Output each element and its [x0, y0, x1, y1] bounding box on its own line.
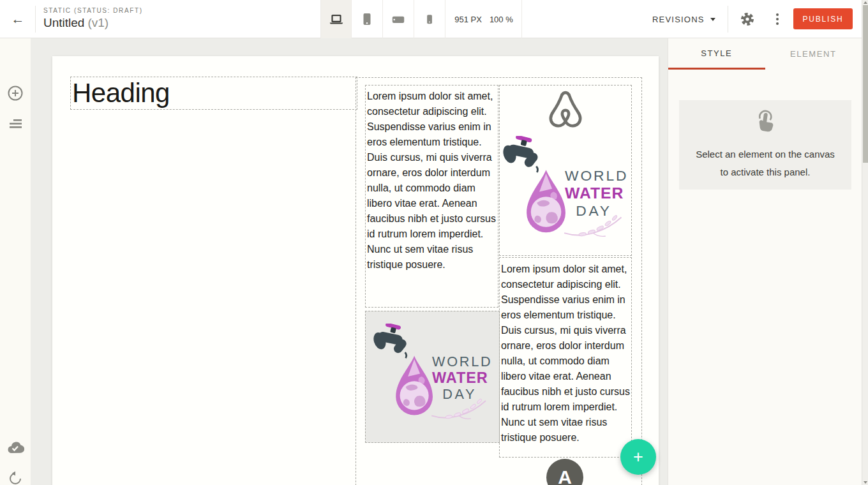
text-element-right[interactable]: Lorem ipsum dolor sit amet, consectetur … [499, 257, 632, 458]
undo-button[interactable] [0, 469, 31, 485]
landing-page[interactable]: Heading Lorem ipsum dolor sit amet, cons… [52, 56, 659, 485]
airbnb-logo-icon [546, 89, 585, 132]
status-label: STATIC (STATUS: DRAFT) [43, 7, 143, 14]
arrow-left-icon: ← [11, 11, 25, 27]
placeholder-line-2: to activate this panel. [679, 163, 851, 181]
world-water-day-image [372, 324, 493, 430]
scroll-down-arrow[interactable] [864, 481, 867, 484]
autosave-status-button[interactable] [0, 438, 31, 458]
publish-button[interactable]: PUBLISH [793, 8, 853, 29]
document-title: Untitled [43, 16, 84, 29]
vertical-scrollbar [862, 0, 868, 485]
device-mobile-landscape-button[interactable] [383, 0, 414, 38]
add-element-button[interactable] [0, 84, 31, 103]
kebab-icon [776, 13, 779, 16]
device-preview-switcher [320, 0, 445, 38]
page-width-value: 951 PX [454, 15, 482, 24]
sections-button[interactable] [0, 114, 31, 133]
lorem-paragraph: Lorem ipsum dolor sit amet, consectetur … [501, 262, 631, 445]
gear-icon [738, 10, 757, 29]
text-element-left[interactable]: Lorem ipsum dolor sit amet, consectetur … [365, 85, 498, 308]
avatar-letter: A [558, 466, 572, 485]
device-tablet-button[interactable] [352, 0, 383, 38]
placeholder-line-1: Select an element on the canvas [679, 146, 851, 163]
panel-placeholder: Select an element on the canvas to activ… [679, 100, 851, 190]
device-desktop-button[interactable] [320, 0, 352, 38]
divider [728, 6, 728, 33]
top-toolbar: ← STATIC (STATUS: DRAFT) Untitled(v1) [0, 0, 868, 38]
document-title-block: STATIC (STATUS: DRAFT) Untitled(v1) [43, 7, 143, 30]
scrollbar-thumb[interactable] [863, 5, 868, 163]
cloud-saved-icon [6, 441, 24, 455]
tab-style[interactable]: STYLE [668, 38, 765, 70]
revisions-label: REVISIONS [652, 15, 705, 24]
zoom-level-value: 100 % [490, 15, 513, 24]
inspector-panel: STYLE ELEMENT Select an element on the c… [668, 38, 862, 485]
add-circle-icon [7, 85, 24, 101]
undo-icon [8, 471, 23, 485]
image-element-world-water-day-gray[interactable] [365, 311, 500, 443]
revisions-dropdown[interactable]: REVISIONS [652, 0, 715, 38]
page-builder-app: WORLD WATER DAY ← STATIC (STATUS: DRAFT)… [0, 0, 868, 485]
viewport-size-indicator: 951 PX 100 % [446, 0, 522, 38]
sections-icon [10, 119, 22, 129]
scroll-up-arrow[interactable] [864, 1, 867, 4]
chevron-down-icon [710, 18, 715, 21]
device-mobile-portrait-button[interactable] [414, 0, 445, 38]
back-button[interactable]: ← [6, 10, 29, 29]
settings-button[interactable] [738, 10, 757, 29]
add-block-fab[interactable]: + [620, 439, 656, 475]
world-water-day-image [502, 136, 629, 248]
tablet-icon [359, 11, 375, 27]
divider [35, 6, 36, 33]
tap-icon [752, 108, 778, 138]
left-toolbar [0, 38, 31, 485]
laptop-icon [328, 11, 345, 27]
page-heading: Heading [71, 77, 357, 108]
inspector-tabs: STYLE ELEMENT [668, 38, 862, 70]
phone-landscape-icon [390, 11, 407, 27]
more-options-button[interactable] [772, 11, 782, 27]
tab-element[interactable]: ELEMENT [765, 38, 862, 70]
image-element-logos[interactable] [499, 85, 632, 256]
editor-canvas: Heading Lorem ipsum dolor sit amet, cons… [31, 38, 668, 485]
document-version: (v1) [87, 16, 108, 29]
heading-element[interactable]: Heading [70, 77, 357, 110]
lorem-paragraph: Lorem ipsum dolor sit amet, consectetur … [367, 89, 498, 272]
phone-portrait-icon [423, 11, 437, 27]
